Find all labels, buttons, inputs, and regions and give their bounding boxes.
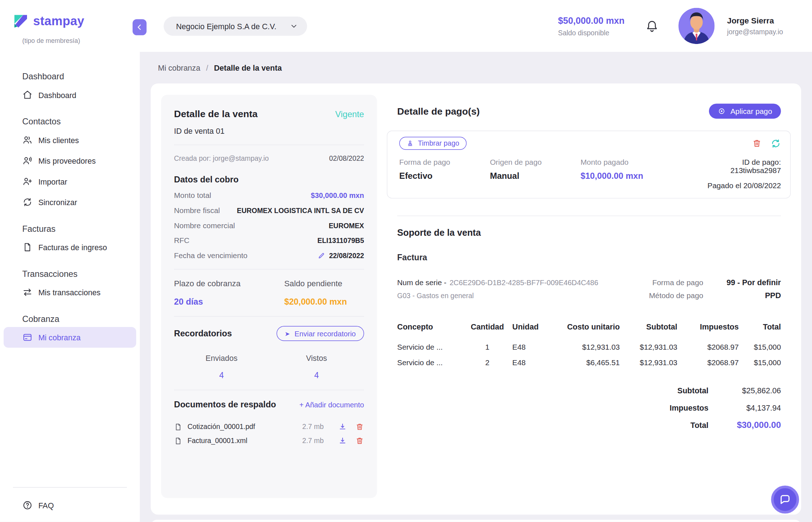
stamp-icon <box>406 140 414 147</box>
serial-label: Num de serie - <box>397 278 447 287</box>
enviar-recordatorio-label: Enviar recordatorio <box>295 329 356 338</box>
next-card-edge <box>151 520 801 522</box>
sidebar-nav: Dashboard Dashboard Contactos Mis client… <box>0 45 140 348</box>
enviados-count: 4 <box>174 371 269 380</box>
field-row-nombre-comercial: Nombre comercial EUROMEX <box>174 221 364 230</box>
target-icon <box>718 107 726 115</box>
forma-de-pago-label: Forma de pago <box>399 158 490 166</box>
cell-subtotal: $12,931.03 <box>620 355 677 371</box>
sidebar-item-label: Importar <box>38 177 67 186</box>
chevron-down-icon <box>290 22 298 30</box>
file-row: Cotización_00001.pdf 2.7 mb <box>174 423 364 431</box>
balance-amount: $50,000.00 mxn <box>558 15 625 26</box>
app-screen: stampay (tipo de membresía) Dashboard Da… <box>0 0 812 522</box>
sidebar-item-label: Mis proveedores <box>38 156 95 165</box>
sale-detail-card: Detalle de la venta Vigente ID de venta … <box>151 83 801 514</box>
chat-bubble-icon <box>778 493 792 506</box>
business-selector-value: Negocio Ejemplo S.A de C.V. <box>176 22 276 30</box>
enviar-recordatorio-button[interactable]: ➤ Enviar recordatorio <box>276 326 364 341</box>
cell-total: $15,000 <box>739 340 781 355</box>
plazo-label: Plazo de cobranza <box>174 279 284 288</box>
documentos-title: Documentos de respaldo <box>174 399 276 409</box>
aplicar-pago-label: Aplicar pago <box>730 107 772 115</box>
sidebar-item-importar[interactable]: Importar <box>4 171 136 192</box>
origen-de-pago-label: Origen de pago <box>490 158 581 166</box>
created-row: Creada por: jorge@stampay.io 02/08/2022 <box>174 154 364 162</box>
chat-support-button[interactable] <box>771 486 799 514</box>
field-row-monto-total: Monto total $30,000.00 mxn <box>174 191 364 199</box>
trash-icon[interactable] <box>355 423 364 431</box>
sidebar-item-label: Mis clientes <box>38 136 79 144</box>
plazo-value: 20 días <box>174 297 284 307</box>
divider <box>174 145 364 145</box>
field-label: Nombre comercial <box>174 221 235 230</box>
col-header: Costo unitario <box>554 322 620 339</box>
invoice-totals: Subtotal $25,862.06 Impuestos $4,137.94 … <box>387 386 781 431</box>
sale-panel-title: Detalle de la venta <box>174 108 258 120</box>
monto-pagado-label: Monto pagado <box>580 158 689 166</box>
field-label: Nombre fiscal <box>174 206 220 214</box>
membership-label: (tipo de membresía) <box>0 29 140 45</box>
cell-concepto: Servicio de ... <box>397 355 463 371</box>
aplicar-pago-button[interactable]: Aplicar pago <box>709 104 781 119</box>
cell-cantidad: 1 <box>463 340 512 355</box>
col-header: Total <box>739 322 781 339</box>
origen-de-pago-value: Manual <box>490 171 581 181</box>
table-row: Servicio de ... 1 E48 $12,931.03 $12,931… <box>397 340 781 355</box>
download-icon[interactable] <box>338 423 347 431</box>
field-value: EUROMEX <box>329 222 364 230</box>
sidebar-item-label: Sincronizar <box>38 198 77 206</box>
user-name: Jorge Sierra <box>727 16 783 26</box>
sidebar-item-faq[interactable]: FAQ <box>4 495 136 516</box>
sale-id: ID de venta 01 <box>174 127 364 135</box>
totals-value: $25,862.06 <box>709 386 781 395</box>
sidebar-collapse-button[interactable] <box>133 19 147 35</box>
download-icon[interactable] <box>338 436 347 445</box>
totals-row-subtotal: Subtotal $25,862.06 <box>387 386 781 395</box>
sidebar-item-mi-cobranza[interactable]: Mi cobranza <box>4 327 136 348</box>
cell-total: $15,000 <box>739 355 781 371</box>
notifications-bell-icon[interactable] <box>645 19 659 32</box>
send-icon: ➤ <box>285 330 290 337</box>
sidebar-item-mis-clientes[interactable]: Mis clientes <box>4 129 136 150</box>
status-badge: Vigente <box>335 109 364 119</box>
totals-label: Subtotal <box>677 386 708 395</box>
timbrar-pago-label: Timbrar pago <box>418 140 459 147</box>
sidebar-item-dashboard[interactable]: Dashboard <box>4 84 136 105</box>
sidebar-item-mis-proveedores[interactable]: Mis proveedores <box>4 150 136 171</box>
invoice-items-table: Concepto Cantidad Unidad Costo unitario … <box>397 322 781 371</box>
user-email: jorge@stampay.io <box>727 28 783 36</box>
metodo-pago-value: PPD <box>703 291 781 299</box>
nav-section-cobranza: Cobranza <box>0 314 140 324</box>
totals-row-total: Total $30,000.00 <box>387 420 781 431</box>
monto-pagado-value: $10,000.00 mxn <box>580 171 689 181</box>
file-size: 2.7 mb <box>302 437 324 445</box>
sidebar-item-mis-transacciones[interactable]: Mis transacciones <box>4 282 136 303</box>
sidebar-item-facturas-de-ingreso[interactable]: Facturas de ingreso <box>4 237 136 258</box>
payments-panel: Detalle de pago(s) Aplicar pago <box>387 95 791 505</box>
edit-pencil-icon[interactable] <box>318 252 326 260</box>
breadcrumb-parent[interactable]: Mi cobranza <box>158 63 200 72</box>
sidebar-footer: FAQ <box>0 487 140 516</box>
cell-subtotal: $12,931.03 <box>620 340 677 355</box>
enviados-label: Enviados <box>174 353 269 362</box>
app-viewport: stampay (tipo de membresía) Dashboard Da… <box>0 0 812 522</box>
business-selector[interactable]: Negocio Ejemplo S.A de C.V. <box>164 16 307 35</box>
refresh-payment-icon[interactable] <box>771 138 781 149</box>
col-header: Subtotal <box>620 322 677 339</box>
anadir-documento-button[interactable]: + Añadir documento <box>299 400 364 408</box>
user-avatar[interactable] <box>678 8 715 44</box>
divider <box>174 316 364 317</box>
totals-row-impuestos: Impuestos $4,137.94 <box>387 403 781 412</box>
timbrar-pago-button[interactable]: Timbrar pago <box>399 137 467 150</box>
created-by: Creada por: jorge@stampay.io <box>174 154 269 162</box>
sidebar-divider <box>13 487 127 487</box>
brand-name: stampay <box>33 14 84 28</box>
sidebar-item-sincronizar[interactable]: Sincronizar <box>4 192 136 213</box>
document-icon <box>22 242 33 252</box>
sidebar-item-label: Mi cobranza <box>38 333 80 342</box>
trash-icon[interactable] <box>355 436 364 445</box>
stampay-logo[interactable]: stampay <box>0 0 140 29</box>
breadcrumb-separator: / <box>206 63 208 72</box>
delete-payment-trash-icon[interactable] <box>752 138 762 148</box>
